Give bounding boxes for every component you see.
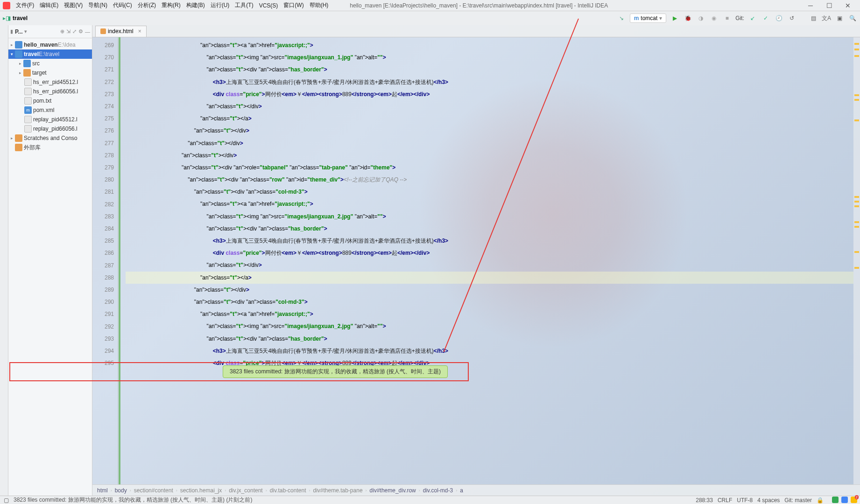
- ide-tool1-icon[interactable]: ▤: [809, 14, 818, 23]
- commit-notification-balloon[interactable]: 3823 files committed: 旅游网功能的实现，我的收藏，精选旅游…: [223, 365, 448, 378]
- git-history-button[interactable]: 🕘: [774, 14, 783, 23]
- status-encoding[interactable]: UTF-8: [737, 497, 753, 504]
- stop-button[interactable]: ■: [722, 14, 732, 23]
- collapse-all-icon[interactable]: ⤢: [72, 28, 77, 35]
- status-lock-icon[interactable]: 🔒: [817, 497, 824, 504]
- tree-file-pom-xml[interactable]: mpom.xml: [8, 105, 92, 115]
- menu-window[interactable]: 窗口(W): [281, 1, 306, 9]
- minimize-button[interactable]: ─: [801, 2, 820, 9]
- git-label: Git:: [735, 15, 744, 21]
- breadcrumb-item[interactable]: div#theme.tab-pane: [313, 487, 362, 494]
- tree-label: travel: [24, 51, 39, 57]
- window-title: hello_maven [E:\IdeaProjects\hello_maven…: [350, 2, 801, 9]
- tree-label: 外部库: [24, 144, 41, 152]
- main-toolbar: ▸◨ travel ↘ m tomcat ▾ ▶ 🐞 ◑ ◉ ■ Git: ↙ …: [0, 11, 860, 25]
- menu-run[interactable]: 运行(U): [208, 1, 233, 9]
- tab-index-html[interactable]: index.html ×: [95, 26, 147, 37]
- chevron-down-icon[interactable]: ▾: [24, 28, 27, 35]
- tray-notification-icon[interactable]: 2: [851, 497, 857, 503]
- project-tree[interactable]: ▸hello_maven E:\Idea ▾travel E:\travel ▸…: [8, 38, 92, 154]
- profile-button[interactable]: ◉: [709, 14, 719, 23]
- debug-button[interactable]: 🐞: [683, 14, 692, 23]
- menu-analyze[interactable]: 分析(Z): [135, 1, 159, 9]
- tree-root-hello-maven[interactable]: ▸hello_maven E:\Idea: [8, 40, 92, 49]
- code-editor[interactable]: 2692702712722732742752762772782792802812…: [92, 37, 860, 484]
- tree-folder-target[interactable]: ▸target: [8, 68, 92, 77]
- tree-label: pom.txt: [33, 98, 51, 104]
- breadcrumb-item[interactable]: div.jx_content: [229, 487, 263, 494]
- translate-icon[interactable]: 文A: [822, 14, 831, 23]
- breadcrumb-item[interactable]: div.tab-content: [270, 487, 306, 494]
- tree-file[interactable]: replay_pid45512.l: [8, 115, 92, 124]
- status-line-separator[interactable]: CRLF: [718, 497, 732, 504]
- tray-chrome-icon[interactable]: [841, 497, 848, 503]
- breadcrumb-bar[interactable]: html›body›section#content›section.hemai_…: [92, 484, 860, 496]
- breadcrumb-item[interactable]: section#content: [134, 487, 173, 494]
- menu-build[interactable]: 构建(B): [183, 1, 208, 9]
- expand-all-icon[interactable]: ⇲: [66, 28, 70, 35]
- menu-view[interactable]: 视图(V): [61, 1, 85, 9]
- coverage-button[interactable]: ◑: [696, 14, 705, 23]
- tree-label: replay_pid45512.l: [33, 116, 78, 123]
- status-git-branch[interactable]: Git: master: [784, 497, 812, 504]
- editor-tabs: index.html ×: [92, 25, 860, 37]
- breadcrumb-item[interactable]: section.hemai_jx: [180, 487, 222, 494]
- app-logo-icon: [3, 2, 10, 9]
- run-config-dropdown[interactable]: m tomcat ▾: [630, 14, 667, 23]
- status-bar: ▢ 3823 files committed: 旅游网功能的实现，我的收藏，精选…: [0, 496, 860, 504]
- gear-icon[interactable]: ⚙: [78, 28, 83, 35]
- breadcrumb-item[interactable]: body: [115, 487, 127, 494]
- project-root-name[interactable]: travel: [13, 15, 28, 21]
- tree-file[interactable]: replay_pid66056.l: [8, 124, 92, 133]
- tab-label: index.html: [108, 28, 134, 35]
- close-tab-icon[interactable]: ×: [138, 28, 141, 35]
- tree-label: target: [32, 70, 47, 76]
- status-tool-icon[interactable]: ▢: [4, 497, 9, 504]
- menu-tools[interactable]: 工具(T): [232, 1, 256, 9]
- menu-navigate[interactable]: 导航(N): [85, 1, 110, 9]
- menu-vcs[interactable]: VCS(S): [256, 2, 281, 9]
- tray-icon[interactable]: [832, 497, 839, 503]
- run-button[interactable]: ▶: [670, 14, 679, 23]
- search-icon[interactable]: 🔍: [848, 14, 857, 23]
- breadcrumb-item[interactable]: div.col-md-3: [423, 487, 453, 494]
- status-caret-position[interactable]: 288:33: [696, 497, 713, 504]
- build-icon[interactable]: ↘: [617, 14, 626, 23]
- breadcrumb-item[interactable]: div#theme_div.row: [370, 487, 416, 494]
- breadcrumb-item[interactable]: html: [97, 487, 108, 494]
- breadcrumb-item[interactable]: a: [460, 487, 463, 494]
- close-button[interactable]: ✕: [839, 2, 857, 9]
- code-content[interactable]: "an">class="t"><a "an">href="javascript:…: [121, 37, 853, 484]
- tree-file[interactable]: pom.txt: [8, 96, 92, 105]
- tree-file[interactable]: hs_err_pid66056.l: [8, 87, 92, 96]
- menu-code[interactable]: 代码(C): [110, 1, 135, 9]
- tree-root-travel[interactable]: ▾travel E:\travel: [8, 49, 92, 59]
- hide-panel-icon[interactable]: —: [85, 29, 90, 35]
- menu-file[interactable]: 文件(F): [13, 1, 37, 9]
- git-commit-button[interactable]: ✓: [761, 14, 770, 23]
- run-config-label: tomcat: [641, 15, 657, 21]
- menu-help[interactable]: 帮助(H): [307, 1, 331, 9]
- tree-external-libs[interactable]: 外部库: [8, 143, 92, 152]
- maven-icon: m: [634, 15, 639, 21]
- menu-refactor[interactable]: 重构(R): [159, 1, 183, 9]
- tree-label: hs_err_pid45512.l: [33, 79, 78, 85]
- error-stripe[interactable]: [853, 37, 860, 484]
- line-number-gutter[interactable]: 2692702712722732742752762772782792802812…: [92, 37, 118, 484]
- tree-folder-src[interactable]: ▸src: [8, 59, 92, 68]
- select-opened-file-icon[interactable]: ⊕: [60, 28, 64, 35]
- tree-label: src: [32, 60, 40, 67]
- status-indent[interactable]: 4 spaces: [757, 497, 780, 504]
- html-file-icon: [100, 28, 106, 34]
- project-panel-header: ▮ P... ▾ ⊕ ⇲ ⤢ ⚙ —: [8, 25, 92, 38]
- left-tool-strip[interactable]: [0, 25, 8, 496]
- git-rollback-button[interactable]: ↺: [787, 14, 797, 23]
- tree-scratches[interactable]: ▸Scratches and Conso: [8, 133, 92, 143]
- folder-icon: ▸◨: [3, 15, 11, 21]
- project-panel-title[interactable]: P...: [15, 28, 22, 35]
- git-update-button[interactable]: ↙: [748, 14, 757, 23]
- menu-edit[interactable]: 编辑(E): [37, 1, 61, 9]
- ide-tool2-icon[interactable]: ▣: [835, 14, 844, 23]
- tree-file[interactable]: hs_err_pid45512.l: [8, 77, 92, 87]
- maximize-button[interactable]: ☐: [820, 2, 839, 9]
